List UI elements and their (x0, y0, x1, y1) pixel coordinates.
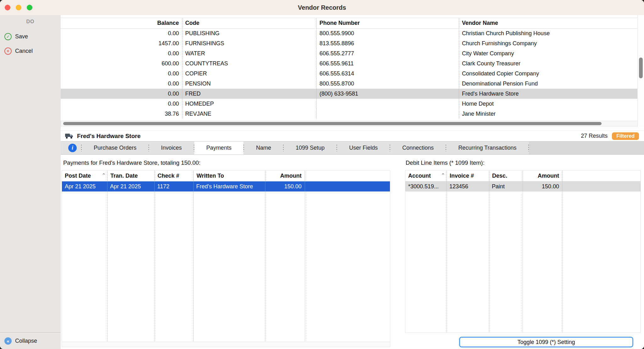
column-divider (107, 181, 108, 342)
vendor-row[interactable]: 0.00 WATER 606.555.2777 City Water Compa… (61, 48, 638, 58)
x-circle-icon: ✕ (4, 47, 12, 55)
debit-blank-cell (562, 181, 641, 191)
cancel-button[interactable]: ✕ Cancel (4, 45, 33, 57)
column-header-phone[interactable]: Phone Number (316, 18, 459, 28)
tab-user-fields[interactable]: User Fields (337, 141, 390, 154)
vendor-phone: 606.555.6314 (316, 69, 459, 79)
sort-ascending-icon: ˆ (103, 174, 105, 178)
column-header-written-to[interactable]: Written To (193, 171, 265, 181)
debit-panel-title: Debit Line Items (* 1099 Item): (406, 159, 485, 166)
column-header-balance[interactable]: Balance (61, 18, 182, 28)
vendor-code: WATER (182, 48, 316, 58)
vendor-phone (316, 99, 459, 109)
vendor-phone: (800) 633-9581 (316, 89, 459, 99)
column-header-amount[interactable]: Amount (523, 171, 562, 181)
vendor-code: COUNTYTREAS (182, 58, 316, 69)
vendor-row[interactable]: 0.00 PENSION 800.555.8700 Denominational… (61, 79, 638, 89)
truck-icon (65, 133, 74, 139)
vendor-vertical-scrollbar[interactable] (637, 15, 644, 127)
vendor-balance: 600.00 (61, 58, 182, 69)
vendor-name: City Water Company (459, 48, 638, 58)
titlebar: Vendor Records (0, 0, 644, 15)
vendor-name: Fred's Hardware Store (459, 89, 638, 99)
payment-written-to: Fred's Hardware Store (193, 181, 265, 191)
toggle-1099-button[interactable]: Toggle 1099 (*) Setting (459, 337, 633, 347)
debit-account: *3000.519... (405, 181, 447, 191)
vendor-code: HOMEDEP (182, 99, 316, 109)
collapse-button[interactable]: « Collapse (4, 335, 37, 346)
payments-horizontal-scrollbar[interactable] (62, 342, 390, 347)
vendor-name: Christian Church Publishing House (459, 28, 638, 38)
vendor-horizontal-scrollbar[interactable] (61, 121, 638, 126)
column-header-blank (305, 171, 390, 181)
sidebar-footer: « Collapse (0, 332, 61, 349)
vendor-list: Balance Code Phone Number Vendor Name 0.… (61, 15, 644, 130)
column-header-tran-date[interactable]: Tran. Date (107, 171, 154, 181)
vendor-table-body: 0.00 PUBLISHING 800.555.9900 Christian C… (61, 28, 638, 119)
filtered-badge[interactable]: Filtered (612, 132, 639, 140)
horizontal-scrollbar-thumb[interactable] (63, 122, 602, 125)
column-header-post-date[interactable]: Post Date ˆ (62, 171, 107, 181)
debit-amount: 150.00 (523, 181, 562, 191)
vendor-phone: 800.555.9900 (316, 28, 459, 38)
tab-recurring-transactions[interactable]: Recurring Transactions (446, 141, 528, 154)
column-header-amount[interactable]: Amount (265, 171, 305, 181)
column-divider (523, 181, 523, 332)
column-header-label: Post Date (65, 171, 91, 181)
tab-payments[interactable]: Payments (194, 141, 243, 154)
tab-invoices[interactable]: Invoices (149, 141, 194, 154)
debit-desc: Paint (489, 181, 523, 191)
payment-blank-cell (305, 181, 390, 191)
vendor-balance: 1457.00 (61, 38, 182, 48)
info-icon[interactable]: i (68, 144, 77, 152)
payments-table: Post Date ˆ Tran. Date Check # Written T… (62, 170, 390, 347)
column-divider (447, 181, 447, 332)
vendor-row[interactable]: 1457.00 FURNISHINGS 813.555.8896 Church … (61, 38, 638, 48)
vendor-row[interactable]: 600.00 COUNTYTREAS 606.555.9611 Clark Co… (61, 58, 638, 69)
payments-tab-content: Payments for Fred's Hardware Store, tota… (61, 155, 644, 349)
vendor-records-window: Vendor Records DO ✓ Save ✕ Cancel « Coll… (0, 0, 644, 349)
vendor-balance: 38.76 (61, 109, 182, 119)
tab-1099-setup[interactable]: 1099 Setup (284, 141, 336, 154)
sidebar-section-label: DO (0, 19, 61, 25)
save-button[interactable]: ✓ Save (4, 31, 28, 42)
column-header-check-number[interactable]: Check # (154, 171, 193, 181)
check-circle-icon: ✓ (4, 33, 12, 40)
tab-name[interactable]: Name (244, 141, 283, 154)
column-header-desc[interactable]: Desc. (489, 171, 523, 181)
vendor-balance: 0.00 (61, 79, 182, 89)
vendor-phone: 606.555.2777 (316, 48, 459, 58)
vendor-row[interactable]: 38.76 REVJANE Jane Minister (61, 109, 638, 119)
payment-tran-date: Apr 21 2025 (107, 181, 154, 191)
record-header: Fred's Hardware Store 27 Results Filtere… (61, 130, 644, 141)
vertical-scrollbar-thumb[interactable] (639, 58, 643, 78)
payment-row-selected[interactable]: Apr 21 2025 Apr 21 2025 1172 Fred's Hard… (62, 181, 390, 191)
column-divider (305, 181, 305, 342)
tab-purchase-orders[interactable]: Purchase Orders (82, 141, 148, 154)
save-button-label: Save (15, 33, 28, 40)
action-sidebar: DO ✓ Save ✕ Cancel « Collapse (0, 15, 61, 349)
vendor-row[interactable]: 0.00 COPIER 606.555.6314 Consolidated Co… (61, 69, 638, 79)
vendor-row[interactable]: 0.00 PUBLISHING 800.555.9900 Christian C… (61, 28, 638, 38)
column-header-code[interactable]: Code (182, 18, 316, 28)
vendor-row-selected[interactable]: 0.00 FRED (800) 633-9581 Fred's Hardware… (61, 89, 638, 99)
column-divider (489, 181, 489, 332)
main-area: Balance Code Phone Number Vendor Name 0.… (61, 15, 644, 349)
column-header-invoice-number[interactable]: Invoice # (447, 171, 489, 181)
column-header-label: Account (408, 171, 431, 181)
debit-row-selected[interactable]: *3000.519... 123456 Paint 150.00 (405, 181, 641, 191)
column-header-account[interactable]: Account ˆ (405, 171, 447, 181)
vendor-balance: 0.00 (61, 48, 182, 58)
record-tab-bar: i Purchase Orders Invoices Payments Name… (61, 141, 644, 155)
payments-panel-title: Payments for Fred's Hardware Store, tota… (63, 159, 200, 166)
column-header-vendor-name[interactable]: Vendor Name (459, 18, 638, 28)
cancel-button-label: Cancel (15, 48, 33, 54)
sort-ascending-icon: ˆ (442, 174, 444, 178)
vendor-row[interactable]: 0.00 HOMEDEP Home Depot (61, 99, 638, 109)
tab-connections[interactable]: Connections (390, 141, 446, 154)
debit-invoice-number: 123456 (447, 181, 489, 191)
collapse-button-label: Collapse (15, 338, 37, 344)
vendor-code: PUBLISHING (182, 28, 316, 38)
vendor-code: REVJANE (182, 109, 316, 119)
payment-amount: 150.00 (265, 181, 305, 191)
